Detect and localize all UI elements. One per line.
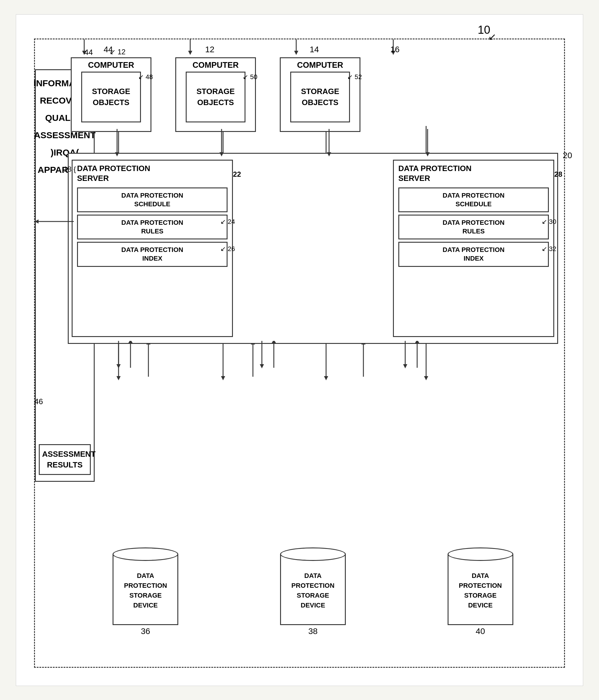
dp-server-right-title: DATA PROTECTIONSERVER 28 <box>394 160 553 185</box>
dp-index-left-text: DATA PROTECTIONINDEX <box>81 246 223 263</box>
computer-label-1: COMPUTER <box>88 60 135 70</box>
dp-index-right-text: DATA PROTECTIONINDEX <box>403 246 544 263</box>
label-26: ↙ 26 <box>220 245 235 253</box>
label-20: 20 <box>563 151 572 160</box>
label-32: ↙ 32 <box>542 245 556 253</box>
label-44: 44 <box>84 48 93 57</box>
svg-marker-48 <box>260 364 264 368</box>
assessment-results-text: ASSESSMENT RESULTS <box>42 449 88 471</box>
computer-label-2: COMPUTER <box>193 60 239 70</box>
cyl-body-2: DATAPROTECTIONSTORAGEDEVICE <box>280 554 346 625</box>
dp-schedule-left: DATA PROTECTIONSCHEDULE <box>77 188 227 212</box>
cyl-body-1: DATAPROTECTIONSTORAGEDEVICE <box>113 554 178 625</box>
dp-index-left: DATA PROTECTIONINDEX ↙ 26 <box>77 242 227 267</box>
main-diagram-box: INFORMATION RECOVERY QUALITY ASSESSMENT … <box>34 39 565 668</box>
computer-block-2: COMPUTER ↙ 50 STORAGEOBJECTS <box>175 57 256 132</box>
ar-line-1: ASSESSMENT <box>42 449 88 459</box>
label-46: 46 <box>34 397 43 406</box>
assessment-results-box: ASSESSMENT RESULTS <box>39 444 91 475</box>
dp-schedule-right-text: DATA PROTECTIONSCHEDULE <box>403 191 544 208</box>
num-14: 14 <box>310 45 319 54</box>
cyl-top-3 <box>448 547 513 561</box>
computer-box-2: COMPUTER ↙ 50 STORAGEOBJECTS <box>175 57 256 132</box>
storage-text-3: STORAGEOBJECTS <box>301 86 339 108</box>
num-12: 12 <box>205 45 214 54</box>
dp-rules-right: DATA PROTECTIONRULES ↙ 30 <box>398 215 549 240</box>
storage-devices-row: DATAPROTECTIONSTORAGEDEVICE 36 DATAPROTE… <box>68 547 558 655</box>
storage-num-3: ↙ 52 <box>347 73 362 81</box>
dp-rules-left: DATA PROTECTIONRULES ↙ 24 <box>77 215 227 240</box>
dp-schedule-right: DATA PROTECTIONSCHEDULE <box>398 188 549 212</box>
svg-marker-26 <box>424 376 428 380</box>
dp-schedule-left-text: DATA PROTECTIONSCHEDULE <box>81 191 223 208</box>
storage-device-3-num: 40 <box>476 627 485 636</box>
ar-line-2: RESULTS <box>42 459 88 470</box>
dp-server-right: DATA PROTECTIONSERVER 28 DATA PROTECTION… <box>393 160 554 337</box>
storage-device-3: DATAPROTECTIONSTORAGEDEVICE 40 <box>437 547 524 636</box>
cylinder-1: DATAPROTECTIONSTORAGEDEVICE <box>113 547 178 625</box>
svg-marker-44 <box>117 364 121 368</box>
svg-marker-24 <box>324 376 328 380</box>
storage-device-2: DATAPROTECTIONSTORAGEDEVICE 38 <box>270 547 356 636</box>
storage-box-3: STORAGEOBJECTS <box>290 72 350 122</box>
storage-device-3-text: DATAPROTECTIONSTORAGEDEVICE <box>459 571 502 610</box>
storage-text-2: STORAGEOBJECTS <box>196 86 235 108</box>
dp-server-left: DATA PROTECTIONSERVER 22 18 { DATA PROTE… <box>72 160 233 337</box>
cyl-top-1 <box>113 547 178 561</box>
num-44: 44 <box>104 45 113 54</box>
storage-device-1: DATAPROTECTIONSTORAGEDEVICE 36 <box>102 547 189 636</box>
cylinder-3: DATAPROTECTIONSTORAGEDEVICE <box>448 547 513 625</box>
dp-server-left-title: DATA PROTECTIONSERVER 22 <box>73 160 232 185</box>
storage-device-2-num: 38 <box>308 627 317 636</box>
dp-index-right: DATA PROTECTIONINDEX ↙ 32 <box>398 242 549 267</box>
svg-marker-52 <box>403 364 407 368</box>
cylinder-2: DATAPROTECTIONSTORAGEDEVICE <box>280 547 346 625</box>
computer-box-1: COMPUTER ↙ 48 STORAGEOBJECTS <box>71 57 151 132</box>
storage-device-1-text: DATAPROTECTIONSTORAGEDEVICE <box>124 571 167 610</box>
storage-box-1: STORAGEOBJECTS <box>81 72 141 122</box>
storage-device-2-text: DATAPROTECTIONSTORAGEDEVICE <box>291 571 334 610</box>
page: 10 ↙ <box>16 14 583 686</box>
computer-box-3: COMPUTER ↙ 52 STORAGEOBJECTS <box>280 57 360 132</box>
cyl-top-2 <box>280 547 346 561</box>
svg-marker-5 <box>294 51 298 55</box>
storage-num-1: ↙ 48 <box>138 73 153 81</box>
dp-rules-right-text: DATA PROTECTIONRULES <box>403 219 544 235</box>
num-16: 16 <box>390 45 400 54</box>
computer-block-3: COMPUTER ↙ 52 STORAGEOBJECTS <box>280 57 360 132</box>
label-24: ↙ 24 <box>220 218 235 226</box>
svg-marker-20 <box>117 376 121 380</box>
storage-num-2: ↙ 50 <box>243 73 257 81</box>
storage-box-2: STORAGEOBJECTS <box>186 72 245 122</box>
dp-area: 20 DATA PROTECTIONSERVER 22 18 { DATA PR… <box>68 153 558 344</box>
computer-block-1: 44 ↙ 12 COMPUTER ↙ 48 STORAGEOBJECTS <box>71 57 151 132</box>
cyl-body-3: DATAPROTECTIONSTORAGEDEVICE <box>448 554 513 625</box>
label-30: ↙ 30 <box>542 218 556 226</box>
svg-marker-3 <box>188 51 192 55</box>
label-18: 18 { <box>64 165 76 173</box>
storage-text-1: STORAGEOBJECTS <box>92 86 130 108</box>
dp-to-storage-arrows <box>68 341 546 389</box>
label-28: 28 <box>554 170 562 179</box>
dp-rules-left-text: DATA PROTECTIONRULES <box>81 219 223 235</box>
svg-marker-22 <box>221 376 225 380</box>
storage-device-1-num: 36 <box>141 627 150 636</box>
label-22: 22 <box>233 170 241 179</box>
computer-label-3: COMPUTER <box>297 60 343 70</box>
